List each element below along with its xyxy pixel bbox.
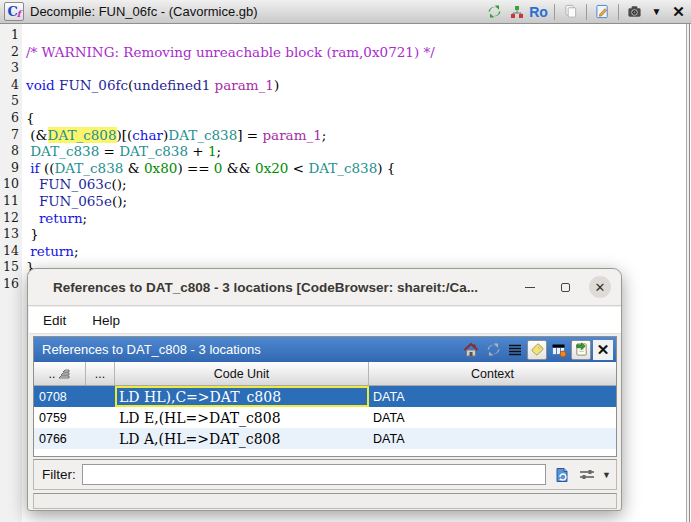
references-panel: References to DAT_c808 - 3 locations	[33, 336, 617, 457]
column-header-address[interactable]: ..	[34, 362, 86, 385]
minimize-button[interactable]	[519, 276, 541, 298]
home-icon[interactable]	[461, 340, 481, 360]
address-cell[interactable]: 0766	[34, 428, 86, 449]
chevron-down-icon[interactable]: ▼	[648, 3, 665, 20]
snapshot-camera-icon[interactable]	[626, 3, 643, 20]
context-cell[interactable]: DATA	[369, 428, 616, 449]
table-row[interactable]: 0766LD A,(HL=>DAT_c808DATA	[34, 428, 616, 449]
code-line[interactable]: void FUN_06fc(undefined1 param_1)	[26, 77, 685, 94]
code-line[interactable]: FUN_063c();	[26, 176, 685, 193]
references-table-body: 0708LD HL),C=>DAT_c808DATA0759LD E,(HL=>…	[34, 386, 616, 449]
toolbar-separator	[554, 4, 555, 20]
marker-cell[interactable]	[86, 407, 115, 428]
toolbar-separator	[618, 4, 619, 20]
close-icon: ✕	[595, 280, 606, 295]
context-cell[interactable]: DATA	[369, 407, 616, 428]
maximize-button[interactable]	[554, 276, 576, 298]
menu-edit[interactable]: Edit	[43, 313, 66, 328]
address-cell[interactable]: 0759	[34, 407, 86, 428]
filter-panel: Filter: ▼	[33, 459, 617, 490]
line-number: 10	[0, 176, 22, 193]
line-number: 7	[0, 127, 22, 144]
filter-input[interactable]	[82, 464, 546, 485]
line-number: 4	[0, 77, 22, 94]
refresh-icon[interactable]	[483, 340, 503, 360]
close-icon[interactable]: ✕	[670, 3, 687, 20]
line-number: 1	[0, 27, 22, 44]
line-number-gutter: 12345678910111213141516	[0, 24, 22, 522]
decompiler-titlebar: Cf Decompile: FUN_06fc - (Cavormice.gb) …	[0, 0, 691, 24]
make-selection-icon[interactable]	[571, 340, 591, 360]
sort-icon	[58, 368, 70, 379]
close-button[interactable]: ✕	[589, 276, 611, 298]
list-menu-icon[interactable]	[505, 340, 525, 360]
code-line[interactable]	[26, 27, 685, 44]
context-cell[interactable]: DATA	[369, 386, 616, 407]
line-number: 16	[0, 276, 22, 293]
dialog-titlebar[interactable]: References to DAT_c808 - 3 locations [Co…	[28, 269, 621, 306]
line-number: 3	[0, 60, 22, 77]
line-number: 13	[0, 226, 22, 243]
panel-close-icon[interactable]: ✕	[593, 340, 613, 360]
refresh-icon[interactable]	[486, 3, 503, 20]
line-number: 5	[0, 93, 22, 110]
minimize-icon	[525, 287, 535, 288]
line-number: 6	[0, 110, 22, 127]
line-number: 2	[0, 44, 22, 61]
tag-icon[interactable]	[527, 340, 547, 360]
filter-label: Filter:	[42, 467, 76, 482]
code-unit-cell[interactable]: LD A,(HL=>DAT_c808	[115, 428, 369, 449]
code-line[interactable]: return;	[26, 210, 685, 227]
panel-title: References to DAT_c808 - 3 locations	[42, 342, 261, 357]
code-line[interactable]: {	[26, 110, 685, 127]
code-line[interactable]: DAT_c838 = DAT_c838 + 1;	[26, 143, 685, 160]
decompiler-window: Cf Decompile: FUN_06fc - (Cavormice.gb) …	[0, 0, 691, 522]
line-number: 8	[0, 143, 22, 160]
maximize-icon	[561, 283, 570, 292]
code-unit-cell[interactable]: LD HL),C=>DAT_c808	[115, 386, 369, 407]
marker-cell[interactable]	[86, 428, 115, 449]
table-header-row: .. ... Code Unit Context	[34, 362, 616, 386]
window-title: Decompile: FUN_06fc - (Cavormice.gb)	[30, 4, 258, 19]
table-row[interactable]: 0759LD E,(HL=>DAT_c808DATA	[34, 407, 616, 428]
line-number: 14	[0, 243, 22, 260]
decompiler-icon[interactable]: Cf	[4, 2, 24, 21]
decompiler-icon-sub: f	[17, 10, 21, 19]
menu-help[interactable]: Help	[92, 313, 120, 328]
table-row[interactable]: 0708LD HL),C=>DAT_c808DATA	[34, 386, 616, 407]
address-cell[interactable]: 0708	[34, 386, 86, 407]
line-number: 15	[0, 259, 22, 276]
code-unit-cell[interactable]: LD E,(HL=>DAT_c808	[115, 407, 369, 428]
filter-options-chevron-icon[interactable]: ▼	[602, 470, 611, 480]
column-header-marker[interactable]: ...	[86, 362, 115, 385]
dialog-title: References to DAT_c808 - 3 locations [Co…	[53, 280, 478, 295]
references-dialog: References to DAT_c808 - 3 locations [Co…	[27, 268, 622, 511]
code-line[interactable]: (&DAT_c808)[(char)DAT_c838] = param_1;	[26, 127, 685, 144]
edit-icon[interactable]	[594, 3, 611, 20]
toolbar-separator	[586, 4, 587, 20]
line-number: 9	[0, 160, 22, 177]
code-line[interactable]: }	[26, 226, 685, 243]
line-number: 11	[0, 193, 22, 210]
code-line[interactable]: if ((DAT_c838 & 0x80) == 0 && 0x20 < DAT…	[26, 160, 685, 177]
marker-cell[interactable]	[86, 386, 115, 407]
graph-icon[interactable]	[508, 3, 525, 20]
panel-header[interactable]: References to DAT_c808 - 3 locations	[34, 337, 616, 362]
window-right-border	[685, 24, 691, 522]
column-header-code-unit[interactable]: Code Unit	[115, 362, 369, 385]
copy-icon[interactable]	[562, 3, 579, 20]
table-settings-icon[interactable]	[549, 340, 569, 360]
clear-filter-icon[interactable]	[552, 465, 571, 484]
code-line[interactable]: return;	[26, 243, 685, 260]
dialog-status-bar	[33, 493, 617, 509]
code-line[interactable]: FUN_065e();	[26, 193, 685, 210]
dialog-menubar: Edit Help	[29, 307, 621, 334]
ro-button[interactable]: Ro	[530, 3, 547, 20]
filter-options-icon[interactable]	[577, 465, 596, 484]
code-line[interactable]	[26, 93, 685, 110]
line-number: 12	[0, 210, 22, 227]
code-line[interactable]	[26, 60, 685, 77]
column-header-context[interactable]: Context	[369, 362, 616, 385]
code-line[interactable]: /* WARNING: Removing unreachable block (…	[26, 44, 685, 61]
